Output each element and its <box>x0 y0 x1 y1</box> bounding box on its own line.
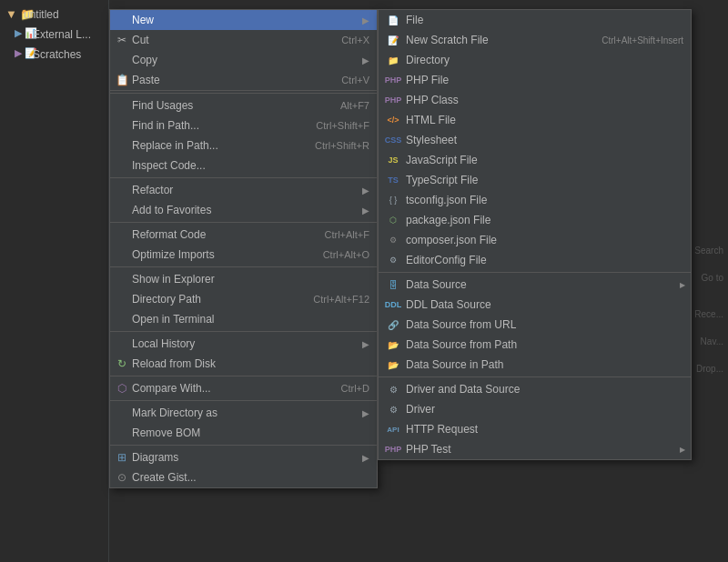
submenu-item-http[interactable]: API HTTP Request <box>379 419 691 439</box>
menu-arrow-mark-dir: ▶ <box>362 408 369 418</box>
sidebar-item-scratches[interactable]: ▶ 📝 Scratches <box>0 45 108 65</box>
submenu-driver-ds-label: Driver and Data Source <box>406 383 683 396</box>
submenu-item-php-class[interactable]: PHP PHP Class <box>379 90 691 110</box>
menu-replace-path-label: Replace in Path... <box>132 139 297 152</box>
submenu-item-composer[interactable]: ⚙ composer.json File <box>379 230 691 250</box>
menu-item-inspect[interactable]: Inspect Code... <box>110 156 377 176</box>
menu-item-mark-dir[interactable]: Mark Directory as ▶ <box>110 403 377 423</box>
submenu-item-driver[interactable]: ⚙ Driver <box>379 399 691 419</box>
submenu-item-ds-path[interactable]: 📂 Data Source from Path <box>379 335 691 355</box>
submenu-sep-1 <box>379 272 691 273</box>
menu-item-replace-path[interactable]: Replace in Path... Ctrl+Shift+R <box>110 135 377 156</box>
submenu-css-label: Stylesheet <box>406 134 683 146</box>
submenu-item-pkg[interactable]: ⬡ package.json File <box>379 210 691 230</box>
submenu-js-label: JavaScript File <box>406 154 683 166</box>
gist-icon: ⊙ <box>115 470 129 485</box>
separator-5 <box>110 331 377 332</box>
menu-item-terminal[interactable]: Open in Terminal <box>110 309 377 329</box>
menu-terminal-label: Open in Terminal <box>132 313 369 326</box>
submenu-driver-label: Driver <box>406 403 683 416</box>
sidebar: ▼ 📁 untitled ▶ 📊 External L... ▶ 📝 Scrat… <box>0 0 109 562</box>
submenu-item-ts[interactable]: TS TypeScript File <box>379 170 691 190</box>
submenu-item-js[interactable]: JS JavaScript File <box>379 150 691 170</box>
submenu-item-ds-url[interactable]: 🔗 Data Source from URL <box>379 315 691 335</box>
menu-item-refactor[interactable]: Refactor ▶ <box>110 180 377 200</box>
submenu-html-label: HTML File <box>406 114 683 126</box>
folder-icon: ▼ 📁 <box>5 7 20 22</box>
submenu-item-php-file[interactable]: PHP PHP File <box>379 70 691 90</box>
menu-item-optimize[interactable]: Optimize Imports Ctrl+Alt+O <box>110 245 377 265</box>
menu-item-show-explorer[interactable]: Show in Explorer <box>110 269 377 289</box>
menu-item-find-usages[interactable]: Find Usages Alt+F7 <box>110 95 377 115</box>
submenu-item-file[interactable]: 📄 File <box>379 10 691 30</box>
submenu-tsconfig-label: tsconfig.json File <box>406 194 683 206</box>
submenu-item-tsconfig[interactable]: { } tsconfig.json File <box>379 190 691 210</box>
submenu-item-ddl[interactable]: DDL DDL Data Source <box>379 295 691 315</box>
submenu-item-php-test[interactable]: PHP PHP Test <box>379 439 691 459</box>
menu-item-reload[interactable]: ↻ Reload from Disk <box>110 354 377 374</box>
diagrams-icon: ⊞ <box>115 450 129 465</box>
menu-item-diagrams[interactable]: ⊞ Diagrams ▶ <box>110 447 377 467</box>
css-icon: CSS <box>385 132 401 148</box>
menu-replace-path-shortcut: Ctrl+Shift+R <box>315 140 369 151</box>
menu-find-usages-shortcut: Alt+F7 <box>340 100 369 111</box>
menu-find-path-shortcut: Ctrl+Shift+F <box>316 120 369 131</box>
menu-show-explorer-label: Show in Explorer <box>132 273 369 286</box>
submenu-item-ds-path2[interactable]: 📂 Data Source in Path <box>379 355 691 375</box>
submenu-ds-url-label: Data Source from URL <box>406 318 683 331</box>
submenu-ts-label: TypeScript File <box>406 174 683 186</box>
submenu-item-data-source[interactable]: 🗄 Data Source <box>379 275 691 295</box>
menu-item-find-path[interactable]: Find in Path... Ctrl+Shift+F <box>110 115 377 135</box>
sidebar-item-label: untitled <box>24 8 59 21</box>
submenu-item-css[interactable]: CSS Stylesheet <box>379 130 691 150</box>
submenu-item-directory[interactable]: 📁 Directory <box>379 50 691 70</box>
menu-item-favorites[interactable]: Add to Favorites ▶ <box>110 200 377 220</box>
submenu-data-source-label: Data Source <box>406 278 683 291</box>
menu-create-gist-label: Create Gist... <box>132 471 369 484</box>
menu-item-compare[interactable]: ⬡ Compare With... Ctrl+D <box>110 378 377 398</box>
menu-reload-label: Reload from Disk <box>132 357 369 370</box>
menu-item-paste[interactable]: 📋 Paste Ctrl+V <box>110 70 377 91</box>
menu-compare-label: Compare With... <box>132 382 323 395</box>
menu-item-create-gist[interactable]: ⊙ Create Gist... <box>110 467 377 487</box>
submenu-editorconfig-label: EditorConfig File <box>406 254 683 266</box>
menu-arrow-new: ▶ <box>362 15 369 25</box>
context-menu: New ▶ ✂ Cut Ctrl+X Copy ▶ 📋 Paste Ctrl+V… <box>109 9 378 488</box>
menu-item-dir-path[interactable]: Directory Path Ctrl+Alt+F12 <box>110 289 377 309</box>
menu-item-copy[interactable]: Copy ▶ <box>110 50 377 70</box>
submenu-item-html[interactable]: </> HTML File <box>379 110 691 130</box>
submenu-sep-2 <box>379 376 691 377</box>
menu-item-cut-label: Cut <box>132 34 323 46</box>
separator-1 <box>110 93 377 94</box>
submenu-http-label: HTTP Request <box>406 423 683 436</box>
menu-item-cut[interactable]: ✂ Cut Ctrl+X <box>110 30 377 50</box>
separator-8 <box>110 445 377 446</box>
sidebar-item-label: External L... <box>33 28 91 41</box>
menu-item-new-label: New <box>132 14 358 26</box>
pkg-icon: ⬡ <box>385 212 401 228</box>
separator-4 <box>110 266 377 267</box>
ds-path2-icon: 📂 <box>385 356 401 373</box>
paste-icon: 📋 <box>115 73 129 87</box>
composer-icon: ⚙ <box>385 232 401 248</box>
js-icon: JS <box>385 152 401 168</box>
submenu-item-new-scratch[interactable]: 📝 New Scratch File Ctrl+Alt+Shift+Insert <box>379 30 691 50</box>
menu-arrow-copy: ▶ <box>362 55 369 65</box>
driver-ds-icon: ⚙ <box>385 381 401 397</box>
submenu-php-class-label: PHP Class <box>406 94 683 106</box>
submenu-item-editorconfig[interactable]: ⚙ EditorConfig File <box>379 250 691 270</box>
menu-compare-shortcut: Ctrl+D <box>341 383 369 394</box>
menu-item-reformat[interactable]: Reformat Code Ctrl+Alt+F <box>110 225 377 245</box>
menu-item-paste-shortcut: Ctrl+V <box>341 75 369 85</box>
sidebar-item-external[interactable]: ▶ 📊 External L... <box>0 25 108 45</box>
menu-local-history-label: Local History <box>132 337 358 350</box>
menu-item-remove-bom[interactable]: Remove BOM <box>110 423 377 443</box>
menu-item-local-history[interactable]: Local History ▶ <box>110 334 377 354</box>
ds-url-icon: 🔗 <box>385 316 401 333</box>
sidebar-item-untitled[interactable]: ▼ 📁 untitled <box>0 5 108 25</box>
menu-item-new[interactable]: New ▶ <box>110 10 377 30</box>
ddl-icon: DDL <box>385 296 401 313</box>
submenu-item-driver-ds[interactable]: ⚙ Driver and Data Source <box>379 379 691 399</box>
ds-path-icon: 📂 <box>385 336 401 353</box>
menu-optimize-label: Optimize Imports <box>132 248 305 261</box>
